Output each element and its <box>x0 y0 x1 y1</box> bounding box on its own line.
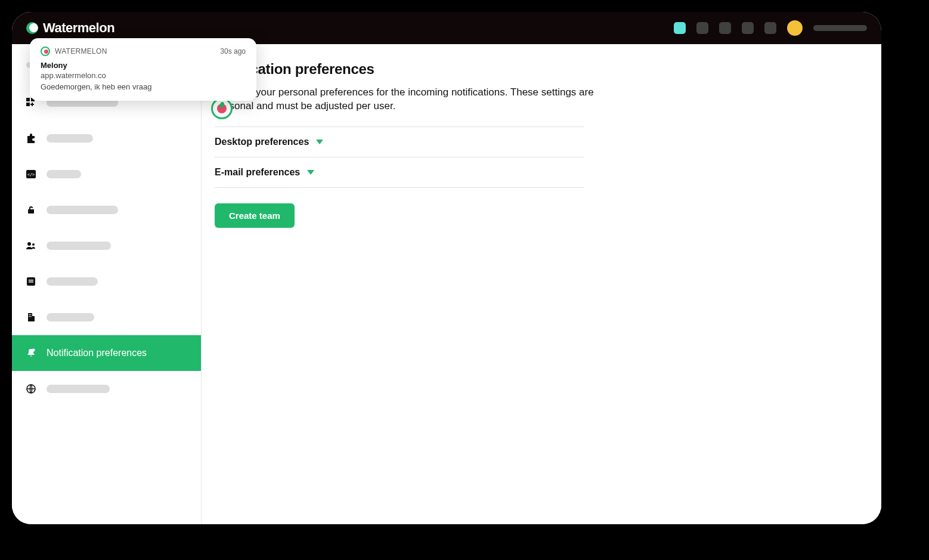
svg-rect-10 <box>28 313 32 321</box>
section-label: Desktop preferences <box>215 137 309 147</box>
avatar[interactable] <box>787 20 803 36</box>
sidebar-item-placeholder <box>47 313 94 321</box>
sidebar-item-placeholder <box>47 385 110 393</box>
svg-rect-15 <box>30 316 32 317</box>
svg-rect-14 <box>29 316 30 317</box>
chevron-down-icon <box>316 140 323 144</box>
puzzle-icon <box>26 134 36 143</box>
svg-rect-2 <box>26 103 30 106</box>
svg-rect-12 <box>29 314 30 315</box>
watermelon-badge-icon <box>211 98 233 119</box>
create-team-button[interactable]: Create team <box>215 203 295 228</box>
toast-message: Goedemorgen, ik heb een vraag <box>41 82 246 91</box>
building-icon <box>26 313 36 322</box>
toast-header: WATERMELON 30s ago <box>41 47 246 56</box>
toast-sender: Melony <box>41 61 246 70</box>
svg-point-6 <box>32 243 35 246</box>
section-label: E-mail preferences <box>215 167 300 178</box>
sidebar-item-label: Notification preferences <box>47 348 147 358</box>
svg-point-5 <box>27 242 31 246</box>
app-window: Watermelon <box>12 12 881 524</box>
lock-open-icon <box>26 205 36 215</box>
notification-toast[interactable]: WATERMELON 30s ago Melony app.watermelon… <box>30 38 256 101</box>
bell-icon <box>26 348 36 358</box>
list-box-icon <box>26 277 36 286</box>
page-description: Set here your personal preferences for t… <box>215 86 626 113</box>
sidebar-item[interactable] <box>12 371 201 407</box>
svg-rect-0 <box>26 98 30 101</box>
sidebar-item[interactable] <box>12 299 201 335</box>
sidebar-item-placeholder <box>47 134 93 143</box>
section-email-preferences[interactable]: E-mail preferences <box>215 157 584 188</box>
users-gear-icon <box>26 241 36 250</box>
sidebar-item[interactable] <box>12 264 201 299</box>
header-tile-active[interactable] <box>674 22 686 34</box>
toast-app-name: WATERMELON <box>55 47 107 55</box>
page-title: Notification preferences <box>215 61 857 78</box>
sidebar-item[interactable] <box>12 228 201 264</box>
sidebar-item-placeholder <box>47 170 81 178</box>
svg-text:</>: </> <box>27 172 35 177</box>
svg-rect-13 <box>30 314 32 315</box>
main-content: Notification preferences Set here your p… <box>202 44 881 524</box>
sidebar-item[interactable]: </> <box>12 156 201 192</box>
sidebar-item-notification-preferences[interactable]: Notification preferences <box>12 335 201 371</box>
header-tile[interactable] <box>742 22 754 34</box>
header-actions <box>674 20 867 36</box>
sidebar: </> <box>12 44 202 524</box>
svg-rect-9 <box>29 281 33 283</box>
header-tile[interactable] <box>719 22 731 34</box>
sidebar-item[interactable] <box>12 192 201 228</box>
sidebar-item-placeholder <box>47 277 98 286</box>
chevron-down-icon <box>307 170 314 175</box>
globe-icon <box>26 384 36 394</box>
toast-domain: app.watermelon.co <box>41 71 246 80</box>
toast-timestamp: 30s ago <box>220 47 246 55</box>
sidebar-item[interactable] <box>12 120 201 156</box>
brand: Watermelon <box>26 20 114 36</box>
svg-point-16 <box>32 349 35 352</box>
sidebar-item-placeholder <box>47 206 118 214</box>
watermelon-logo-icon <box>26 22 38 34</box>
svg-rect-8 <box>29 280 33 281</box>
sidebar-item-placeholder <box>47 242 111 250</box>
svg-rect-11 <box>32 316 35 321</box>
header-tile[interactable] <box>764 22 776 34</box>
app-body: </> <box>12 44 881 524</box>
header-tile[interactable] <box>696 22 708 34</box>
section-desktop-preferences[interactable]: Desktop preferences <box>215 126 584 157</box>
username-placeholder <box>813 25 867 31</box>
brand-text: Watermelon <box>43 20 114 36</box>
html-brackets-icon: </> <box>26 169 36 179</box>
watermelon-app-icon <box>41 47 50 56</box>
